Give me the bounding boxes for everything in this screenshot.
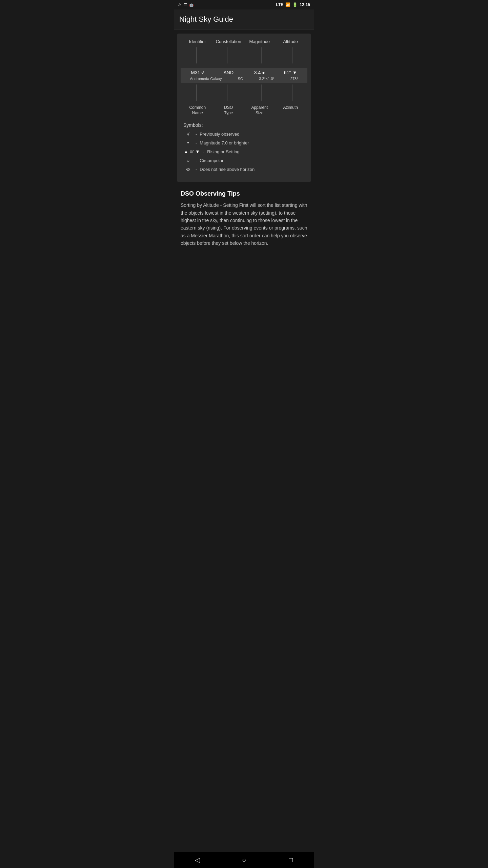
top-connectors — [181, 47, 307, 67]
symbol-desc-arrows: Rising or Setting — [207, 149, 239, 154]
android-icon: 🤖 — [189, 3, 194, 7]
dso-section-title: DSO Observing Tips — [181, 190, 307, 197]
header-constellation: Constellation — [213, 39, 244, 44]
battery-icon: 🔋 — [292, 2, 298, 7]
symbol-desc-checkmark: Previously observed — [200, 132, 239, 137]
cell-common-name: Andromeda Galaxy — [190, 77, 222, 81]
data-row-sub: Andromeda Galaxy SG 3.2°×1.0° 278° — [182, 77, 306, 81]
status-bar-left: ⚠ ☰ 🤖 — [178, 2, 194, 7]
app-title: Night Sky Guide — [179, 15, 309, 24]
header-altitude: Altitude — [275, 39, 306, 44]
symbol-desc-no-rise: Does not rise above horizon — [200, 167, 255, 172]
header-identifier: Identifier — [182, 39, 213, 44]
symbol-desc-dot: Magnitude 7.0 or brighter — [200, 140, 249, 145]
symbol-no-rise: ⊘ - Does not rise above horizon — [183, 166, 305, 172]
symbol-dot: • - Magnitude 7.0 or brighter — [183, 140, 305, 145]
symbol-char-checkmark: √ — [183, 131, 193, 137]
main-content: Identifier Constellation Magnitude Altit… — [174, 29, 314, 257]
symbol-char-no-rise: ⊘ — [183, 166, 193, 172]
symbol-char-arrows: ▲ or ▼ — [183, 149, 200, 154]
label-apparent-size: ApparentSize — [244, 105, 275, 116]
dso-section: DSO Observing Tips Sorting by Altitude -… — [177, 188, 311, 252]
symbol-checkmark: √ - Previously observed — [183, 131, 305, 137]
diagram-container: Identifier Constellation Magnitude Altit… — [177, 34, 311, 182]
symbol-arrows: ▲ or ▼ - Rising or Setting — [183, 149, 305, 154]
symbol-desc-circle: Circumpolar — [200, 158, 223, 163]
symbol-char-circle: ○ — [183, 158, 193, 163]
data-row-main: M31 √ AND 3.4 ● 61° ▼ — [182, 70, 306, 75]
warning-icon: ⚠ — [178, 2, 182, 7]
cell-altitude: 61° ▼ — [275, 70, 306, 75]
dso-paragraph-1: Sorting by Altitude - Setting First will… — [181, 201, 307, 247]
cell-azimuth: 278° — [290, 77, 298, 81]
time-display: 12:15 — [300, 2, 310, 7]
symbol-char-dot: • — [183, 140, 193, 145]
symbols-section: Symbols: √ - Previously observed • - Mag… — [181, 122, 307, 172]
symbols-title: Symbols: — [183, 122, 305, 128]
cell-magnitude: 3.4 ● — [244, 70, 275, 75]
bottom-connectors — [181, 84, 307, 104]
cell-apparent-size: 3.2°×1.0° — [259, 77, 274, 81]
data-row: M31 √ AND 3.4 ● 61° ▼ Andromeda Galaxy S… — [181, 68, 307, 83]
table-header-row: Identifier Constellation Magnitude Altit… — [181, 39, 307, 44]
status-bar-right: LTE 📶 🔋 12:15 — [276, 2, 310, 7]
network-type: LTE — [276, 2, 284, 7]
symbol-circle: ○ - Circumpolar — [183, 158, 305, 163]
bottom-labels-row: CommonName DSOType ApparentSize Azimuth — [181, 105, 307, 116]
label-azimuth: Azimuth — [275, 105, 306, 116]
header-magnitude: Magnitude — [244, 39, 275, 44]
label-dso-type: DSOType — [213, 105, 244, 116]
cell-dso-type: SG — [238, 77, 243, 81]
app-header: Night Sky Guide — [174, 9, 314, 29]
notification-icon: ☰ — [184, 3, 187, 7]
cell-constellation: AND — [213, 70, 244, 75]
signal-icon: 📶 — [285, 2, 290, 7]
label-common-name: CommonName — [182, 105, 213, 116]
cell-identifier: M31 √ — [182, 70, 213, 75]
status-bar: ⚠ ☰ 🤖 LTE 📶 🔋 12:15 — [174, 0, 314, 9]
